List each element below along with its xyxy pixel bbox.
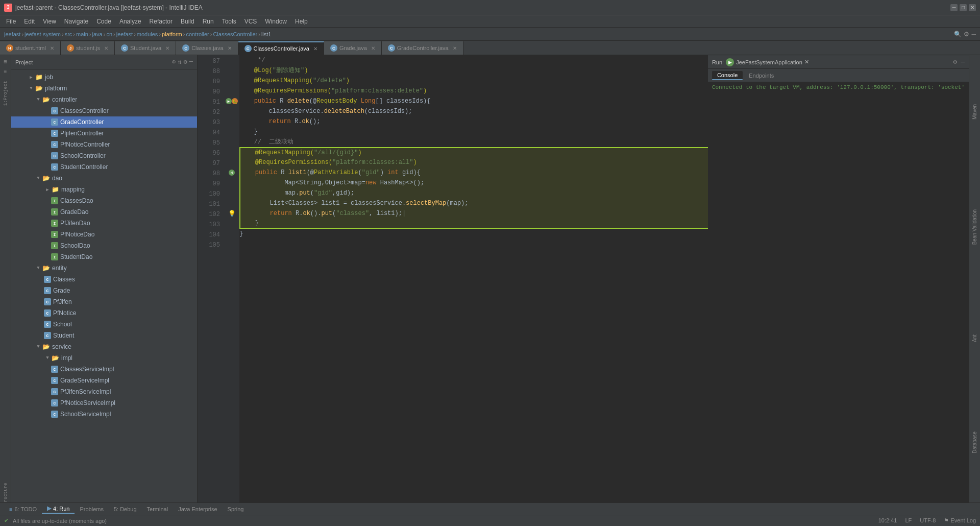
- tab-close-grade[interactable]: ✕: [371, 45, 375, 51]
- expand-mapping[interactable]: ▶: [44, 187, 51, 193]
- right-panel-database[interactable]: Database: [972, 432, 977, 453]
- tree-item-entity[interactable]: ▼ 📂 entity: [11, 262, 197, 274]
- tree-item-pfjifendao[interactable]: I PfJifenDao: [11, 218, 197, 229]
- menu-help[interactable]: Help: [291, 17, 312, 26]
- breadcrumb-settings-icon[interactable]: ⚙: [964, 31, 969, 38]
- tab-student-js[interactable]: J student.js ✕: [61, 41, 115, 55]
- bottom-tab-debug[interactable]: 5: Debug: [109, 505, 142, 513]
- tree-item-pfjifensvcimpl[interactable]: C PfJifenServiceImpl: [11, 386, 197, 397]
- tree-item-service[interactable]: ▼ 📂 service: [11, 341, 197, 352]
- bc-platform[interactable]: platform: [162, 31, 182, 37]
- tab-close-gradectrl[interactable]: ✕: [453, 45, 457, 51]
- tree-item-classes[interactable]: C Classes: [11, 274, 197, 285]
- expand-service[interactable]: ▼: [35, 344, 42, 349]
- tree-item-pfjifen[interactable]: C PfJifen: [11, 296, 197, 307]
- tree-item-gradesvcimpl[interactable]: C GradeServiceImpl: [11, 375, 197, 386]
- tree-item-gradedao[interactable]: I GradeDao: [11, 206, 197, 218]
- run-settings-icon[interactable]: ⚙: [953, 58, 957, 66]
- bc-java[interactable]: java: [92, 31, 103, 37]
- menu-refactor[interactable]: Refactor: [145, 17, 177, 26]
- tab-gradecontroller-java[interactable]: C GradeController.java ✕: [382, 41, 463, 55]
- method-marker-line98[interactable]: M: [229, 170, 235, 176]
- tree-item-dao[interactable]: ▼ 📂 dao: [11, 173, 197, 184]
- tree-item-impl[interactable]: ▼ 📂 impl: [11, 352, 197, 364]
- menu-window[interactable]: Window: [261, 17, 291, 26]
- tree-item-pfnotice[interactable]: C PfNotice: [11, 307, 197, 319]
- left-icon-2[interactable]: ≡: [1, 67, 10, 77]
- run-close[interactable]: ✕: [804, 59, 809, 65]
- bc-system[interactable]: jeefast-system: [24, 31, 61, 37]
- expand-entity[interactable]: ▼: [35, 266, 42, 271]
- left-icon-1[interactable]: ⊞: [1, 57, 10, 66]
- expand-controller[interactable]: ▼: [35, 97, 42, 102]
- menu-build[interactable]: Build: [177, 17, 199, 26]
- bottom-tab-javaenterprise[interactable]: Java Enterprise: [173, 505, 222, 513]
- bc-src[interactable]: src: [65, 31, 72, 37]
- run-button-line91[interactable]: ▶: [226, 98, 232, 104]
- tree-item-grade[interactable]: C Grade: [11, 285, 197, 296]
- left-icon-structure2[interactable]: 2:Structure: [1, 493, 10, 503]
- right-panel-bean[interactable]: Bean Validation: [972, 209, 977, 245]
- menu-code[interactable]: Code: [92, 17, 115, 26]
- tab-close-classes[interactable]: ✕: [228, 45, 232, 51]
- bc-main[interactable]: main: [76, 31, 88, 37]
- run-tab-console[interactable]: Console: [712, 71, 743, 80]
- close-button[interactable]: ✕: [969, 4, 976, 11]
- menu-analyze[interactable]: Analyze: [115, 17, 145, 26]
- tab-close-student[interactable]: ✕: [165, 45, 169, 51]
- tree-item-school[interactable]: C School: [11, 319, 197, 330]
- status-encoding[interactable]: UTF-8: [920, 517, 936, 524]
- bottom-tab-todo[interactable]: ≡ 6: TODO: [4, 505, 42, 513]
- bottom-tab-terminal[interactable]: Terminal: [142, 505, 174, 513]
- menu-vcs[interactable]: VCS: [240, 17, 261, 26]
- sidebar-icon-3[interactable]: ⚙: [184, 58, 187, 66]
- tree-item-studentdao[interactable]: I StudentDao: [11, 251, 197, 262]
- expand-impl[interactable]: ▼: [44, 355, 51, 361]
- tree-item-gradectrl[interactable]: C GradeController: [11, 116, 197, 128]
- tree-item-controller[interactable]: ▼ 📂 controller: [11, 94, 197, 105]
- tab-classes-java[interactable]: C Classes.java ✕: [176, 41, 238, 55]
- debug-button-line91[interactable]: 🐛: [232, 98, 238, 104]
- menu-file[interactable]: File: [2, 17, 20, 26]
- tab-student-java[interactable]: C Student.java ✕: [115, 41, 176, 55]
- tab-student-html[interactable]: H student.html ✕: [0, 41, 61, 55]
- status-eventlog[interactable]: ⚑ Event Log: [944, 517, 976, 524]
- run-minimize-icon[interactable]: ─: [961, 59, 965, 66]
- tab-close-classesctrl[interactable]: ✕: [313, 46, 317, 52]
- tree-item-schooldao[interactable]: I SchoolDao: [11, 240, 197, 251]
- bottom-tab-run[interactable]: ▶ 4: Run: [42, 504, 75, 514]
- menu-edit[interactable]: Edit: [20, 17, 39, 26]
- tree-item-schoolctrl[interactable]: C SchoolController: [11, 150, 197, 161]
- bc-classescontroller[interactable]: ClassesController: [213, 31, 257, 37]
- tree-item-pfnoticedao[interactable]: I PfNoticeDao: [11, 229, 197, 240]
- expand-dao[interactable]: ▼: [35, 176, 42, 181]
- bottom-tab-problems[interactable]: Problems: [75, 505, 108, 513]
- expand-job[interactable]: ▶: [28, 75, 35, 80]
- ge-98[interactable]: M: [224, 168, 239, 178]
- tree-item-pfnoticesvcimpl[interactable]: C PfNoticeServiceImpl: [11, 397, 197, 409]
- bc-controller[interactable]: controller: [186, 31, 209, 37]
- maximize-button[interactable]: □: [960, 4, 967, 11]
- tab-close-html[interactable]: ✕: [50, 45, 54, 51]
- ge-91[interactable]: ▶ 🐛: [224, 96, 239, 106]
- code-content[interactable]: */ @Log("删除通知") @RequestMapping("/delete…: [239, 55, 708, 503]
- tree-item-student[interactable]: C Student: [11, 330, 197, 341]
- breadcrumb-search-icon[interactable]: 🔍: [954, 31, 962, 38]
- tab-close-js[interactable]: ✕: [104, 45, 108, 51]
- bc-modules[interactable]: modules: [137, 31, 158, 37]
- sidebar-icon-2[interactable]: ⇅: [178, 58, 181, 66]
- menu-view[interactable]: View: [39, 17, 60, 26]
- bc-jeefast2[interactable]: jeefast: [116, 31, 133, 37]
- right-panel-maven[interactable]: Maven: [972, 104, 977, 119]
- tab-classescontroller-java[interactable]: C ClassesController.java ✕: [238, 41, 324, 55]
- bottom-tab-spring[interactable]: Spring: [223, 505, 249, 513]
- bc-cn[interactable]: cn: [106, 31, 112, 37]
- menu-run[interactable]: Run: [199, 17, 218, 26]
- tree-item-platform[interactable]: ▼ 📂 platform: [11, 83, 197, 94]
- tree-item-schoolsvcimpl[interactable]: C SchoolServiceImpl: [11, 409, 197, 420]
- tree-item-job[interactable]: ▶ 📁 job: [11, 71, 197, 83]
- tree-item-studentctrl[interactable]: C StudentController: [11, 161, 197, 173]
- menu-tools[interactable]: Tools: [218, 17, 240, 26]
- tree-item-classesdao[interactable]: I ClassesDao: [11, 195, 197, 206]
- status-lf[interactable]: LF: [905, 517, 912, 524]
